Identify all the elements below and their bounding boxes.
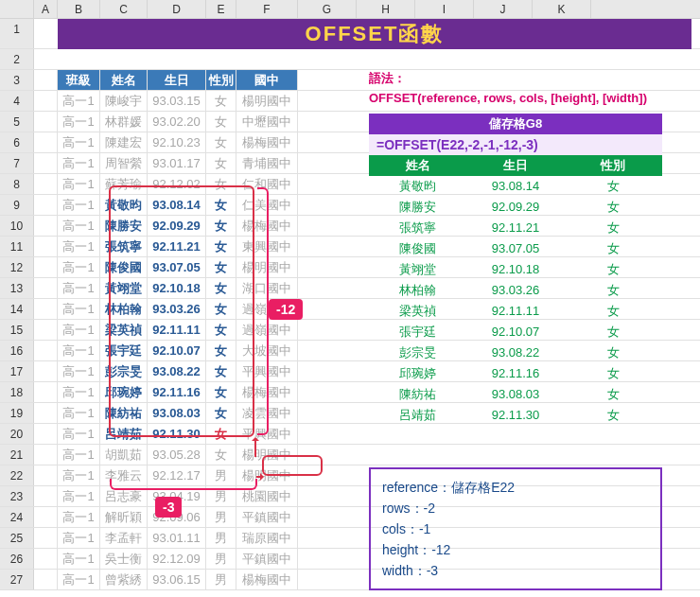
cell-gender[interactable]: 男 — [206, 507, 236, 527]
col-header-J[interactable]: J — [474, 0, 533, 18]
col-header-B[interactable]: B — [58, 0, 100, 18]
cell-class[interactable]: 高一1 — [58, 507, 100, 527]
cell-birth[interactable]: 92.12.09 — [148, 549, 206, 569]
cell-birth[interactable]: 93.01.11 — [148, 528, 206, 548]
cell-school[interactable]: 楊明國中 — [236, 91, 298, 111]
th-class[interactable]: 班級 — [58, 70, 100, 90]
col-header-G[interactable]: G — [298, 0, 357, 18]
rownum[interactable]: 27 — [0, 570, 34, 589]
rownum[interactable]: 16 — [0, 341, 34, 360]
cell-school[interactable]: 青埔國中 — [236, 153, 298, 173]
cell-class[interactable]: 高一1 — [58, 465, 100, 485]
th-birth[interactable]: 生日 — [148, 70, 206, 90]
th-name[interactable]: 姓名 — [100, 70, 148, 90]
cell-gender[interactable]: 男 — [206, 549, 236, 569]
cell-gender[interactable]: 女 — [206, 132, 236, 152]
cell-class[interactable]: 高一1 — [58, 299, 100, 319]
rownum[interactable]: 26 — [0, 549, 34, 569]
cell-class[interactable]: 高一1 — [58, 403, 100, 423]
rownum[interactable]: 10 — [0, 216, 34, 236]
cell-class[interactable]: 高一1 — [58, 528, 100, 548]
cell-name[interactable]: 陳峻宇 — [100, 91, 148, 111]
col-header-H[interactable]: H — [357, 0, 415, 18]
cell-name[interactable]: 陳建宏 — [100, 132, 148, 152]
rownum[interactable]: 3 — [0, 70, 34, 90]
cell-school[interactable]: 平鎮國中 — [236, 507, 298, 527]
cell-school[interactable]: 瑞原國中 — [236, 528, 298, 548]
rownum[interactable]: 24 — [0, 507, 34, 527]
cell-birth[interactable]: 93.03.15 — [148, 91, 206, 111]
col-header-K[interactable]: K — [533, 0, 591, 18]
cell-gender[interactable]: 女 — [206, 153, 236, 173]
cell-class[interactable]: 高一1 — [58, 570, 100, 589]
cell-gender[interactable]: 男 — [206, 570, 236, 589]
rownum[interactable]: 15 — [0, 320, 34, 340]
rownum[interactable]: 21 — [0, 445, 34, 465]
cell-school[interactable]: 楊梅國中 — [236, 132, 298, 152]
cell-birth[interactable]: 93.06.15 — [148, 570, 206, 589]
col-header-D[interactable]: D — [148, 0, 206, 18]
cell-gender[interactable]: 女 — [206, 112, 236, 132]
rownum[interactable]: 6 — [0, 132, 34, 152]
rownum[interactable]: 9 — [0, 195, 34, 215]
rownum[interactable]: 20 — [0, 424, 34, 444]
rownum[interactable]: 1 — [0, 19, 34, 48]
cell-name[interactable]: 周智縈 — [100, 153, 148, 173]
cell-school[interactable]: 中壢國中 — [236, 112, 298, 132]
cell-class[interactable]: 高一1 — [58, 112, 100, 132]
col-header-F[interactable]: F — [236, 0, 298, 18]
cell-class[interactable]: 高一1 — [58, 91, 100, 111]
rownum[interactable]: 23 — [0, 486, 34, 506]
col-header-A[interactable]: A — [34, 0, 58, 18]
rownum[interactable]: 13 — [0, 278, 34, 298]
cell-name[interactable]: 林群媛 — [100, 112, 148, 132]
cell-class[interactable]: 高一1 — [58, 341, 100, 360]
cell-class[interactable]: 高一1 — [58, 174, 100, 194]
cell-class[interactable]: 高一1 — [58, 132, 100, 152]
cell-class[interactable]: 高一1 — [58, 382, 100, 402]
rownum[interactable]: 5 — [0, 112, 34, 132]
rownum[interactable]: 4 — [0, 91, 34, 111]
cell-name[interactable]: 曾紫綉 — [100, 570, 148, 589]
col-header-row[interactable] — [0, 0, 34, 18]
rownum[interactable]: 17 — [0, 361, 34, 381]
rownum[interactable]: 18 — [0, 382, 34, 402]
cell-class[interactable]: 高一1 — [58, 424, 100, 444]
cell-class[interactable]: 高一1 — [58, 278, 100, 298]
cell-school[interactable]: 楊梅國中 — [236, 570, 298, 589]
rownum[interactable]: 25 — [0, 528, 34, 548]
cell-class[interactable]: 高一1 — [58, 153, 100, 173]
rownum[interactable]: 22 — [0, 465, 34, 485]
cell-gender[interactable]: 女 — [206, 445, 236, 465]
cell-class[interactable]: 高一1 — [58, 257, 100, 277]
col-header-C[interactable]: C — [100, 0, 148, 18]
cell-name[interactable]: 李孟軒 — [100, 528, 148, 548]
th-gender[interactable]: 性別 — [206, 70, 236, 90]
rownum[interactable]: 7 — [0, 153, 34, 173]
cell-class[interactable]: 高一1 — [58, 486, 100, 506]
rownum[interactable]: 19 — [0, 403, 34, 423]
rownum[interactable]: 14 — [0, 299, 34, 319]
cell-gender[interactable]: 女 — [206, 91, 236, 111]
rownum[interactable]: 12 — [0, 257, 34, 277]
cell-birth[interactable]: 92.10.23 — [148, 132, 206, 152]
cell-birth[interactable]: 93.02.20 — [148, 112, 206, 132]
cell-name[interactable]: 吳士衡 — [100, 549, 148, 569]
cell-class[interactable]: 高一1 — [58, 361, 100, 381]
cell-school[interactable]: 平鎮國中 — [236, 549, 298, 569]
col-header-E[interactable]: E — [206, 0, 236, 18]
th-school[interactable]: 國中 — [236, 70, 298, 90]
cell-class[interactable]: 高一1 — [58, 195, 100, 215]
cell-class[interactable]: 高一1 — [58, 445, 100, 465]
rownum[interactable]: 8 — [0, 174, 34, 194]
rownum[interactable]: 11 — [0, 237, 34, 256]
rownum[interactable]: 2 — [0, 49, 34, 69]
col-header-I[interactable]: I — [415, 0, 474, 18]
cell-class[interactable]: 高一1 — [58, 549, 100, 569]
cell-class[interactable]: 高一1 — [58, 237, 100, 256]
cell-birth[interactable]: 93.05.28 — [148, 445, 206, 465]
cell-class[interactable]: 高一1 — [58, 320, 100, 340]
cell-name[interactable]: 解昕穎 — [100, 507, 148, 527]
cell-gender[interactable]: 男 — [206, 528, 236, 548]
cell-class[interactable]: 高一1 — [58, 216, 100, 236]
